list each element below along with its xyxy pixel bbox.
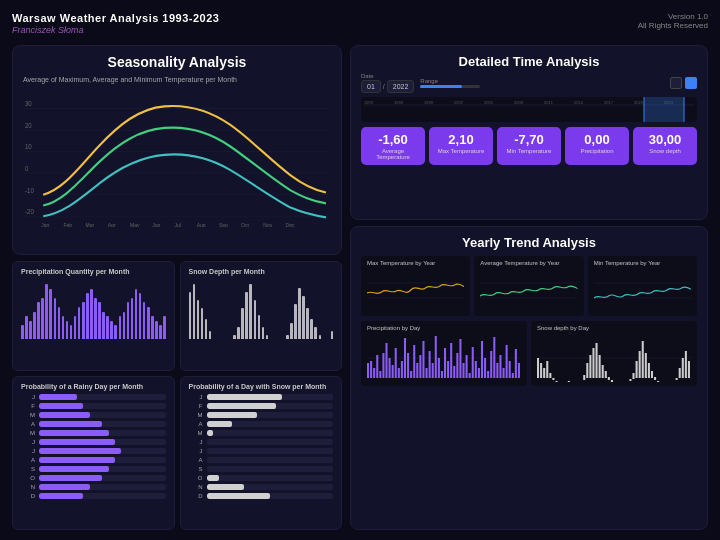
svg-text:Jul: Jul [174,222,180,227]
hbar-track [39,439,166,445]
hbar-track [39,484,166,490]
svg-rect-73 [450,343,452,378]
slider-label: Range [420,78,480,84]
svg-text:1993: 1993 [364,100,374,105]
svg-rect-68 [435,336,437,378]
mini-slider[interactable] [420,85,480,88]
svg-rect-52 [385,343,387,378]
precip-bar [49,289,52,339]
svg-rect-92 [509,361,511,378]
svg-text:2005: 2005 [484,100,494,105]
snow-bar [193,284,196,339]
snow-bar [331,331,334,339]
snowy-hbar-row: N [189,484,334,490]
rainy-hbar-row: D [21,493,166,499]
snow-bar [254,300,257,339]
trend-min-temp: Min Temperature by Year [588,256,697,316]
hbar-month-label: M [189,412,203,418]
snow-bar [306,308,309,339]
bottom-charts: Precipitation Quantity per Month Snow De… [12,261,342,530]
precip-bar [119,316,122,339]
hbar-month-label: S [189,466,203,472]
hbar-month-label: N [189,484,203,490]
svg-text:Dec: Dec [286,222,295,227]
svg-text:May: May [130,222,140,227]
bottom-trend-grid: Precipitation by Day [361,321,697,386]
year-box[interactable]: 2022 [387,80,415,93]
svg-text:2011: 2011 [544,100,554,105]
svg-rect-123 [654,377,656,380]
snowy-hbar-row: M [189,412,334,418]
hbar-fill [39,493,83,499]
rainy-hbar-row: J [21,439,166,445]
hbar-track [207,430,334,436]
kpi-precip-value: 0,00 [569,132,625,147]
svg-rect-88 [496,363,498,378]
hbar-track [39,430,166,436]
avg-temp-chart [480,268,577,313]
svg-rect-51 [382,353,384,378]
snow-day-chart [537,333,691,383]
snow-bar [237,327,240,339]
precip-day-card: Precipitation by Day [361,321,527,386]
svg-rect-81 [475,361,477,378]
hbar-fill [39,448,121,454]
app-title: Warsaw Weather Analysis 1993-2023 [12,12,219,24]
trend-min-title: Min Temperature by Year [594,260,691,266]
hbar-fill [39,421,102,427]
day-box[interactable]: 01 [361,80,381,93]
hbar-track [207,403,334,409]
svg-rect-109 [596,343,598,378]
svg-rect-101 [549,373,551,378]
svg-text:Jan: Jan [41,222,49,227]
hbar-month-label: F [189,403,203,409]
precip-bar [33,312,36,340]
hbar-fill [39,439,115,445]
dashboard: Warsaw Weather Analysis 1993-2023 Franci… [0,0,720,540]
svg-text:Jun: Jun [152,222,160,227]
hbar-track [39,448,166,454]
snowy-hbar-row: D [189,493,334,499]
svg-text:1999: 1999 [424,100,434,105]
precip-bar [86,293,89,339]
snow-bar [197,300,200,339]
svg-rect-66 [429,351,431,378]
precip-bar [159,325,162,339]
kpi-avg-value: -1,60 [365,132,421,147]
snow-bar [319,335,322,339]
hbar-track [39,466,166,472]
svg-rect-100 [546,361,548,378]
yearly-card: Yearly Trend Analysis Max Temperature by… [350,226,708,530]
snow-bar [233,335,236,339]
min-temp-chart [594,268,691,313]
svg-rect-118 [639,351,641,378]
svg-rect-55 [395,348,397,378]
svg-text:0: 0 [25,165,29,172]
svg-rect-61 [413,345,415,378]
hbar-fill [39,430,109,436]
kpi-max-label: Max Temperature [433,148,489,154]
kpi-min-temp: -7,70 Min Temperature [497,127,561,165]
precip-bar [82,302,85,339]
timeline-area[interactable]: 1993 1996 1999 2002 2005 2008 2011 2014 … [361,97,697,122]
rights-label: All Rights Reserved [638,21,708,30]
svg-rect-119 [642,341,644,378]
svg-rect-54 [392,365,394,378]
svg-text:-10: -10 [25,186,34,193]
precip-bar [66,321,69,339]
hbar-fill [207,403,277,409]
trend-avg-temp: Average Temperature by Year [474,256,583,316]
hbar-fill [39,475,102,481]
detail-card: Detailed Time Analysis Date 01 / 2022 Ra… [350,45,708,220]
precip-bar [78,307,81,339]
snow-title: Snow Depth per Month [189,268,334,275]
slider-area[interactable] [420,85,480,88]
svg-rect-84 [484,358,486,378]
toggle-btn-1[interactable] [670,77,682,89]
svg-rect-125 [676,378,678,380]
kpi-avg-label: Average Temperature [365,148,421,160]
snow-bar [245,292,248,339]
hbar-fill [39,457,115,463]
toggle-btn-2[interactable] [685,77,697,89]
hbar-month-label: J [21,448,35,454]
